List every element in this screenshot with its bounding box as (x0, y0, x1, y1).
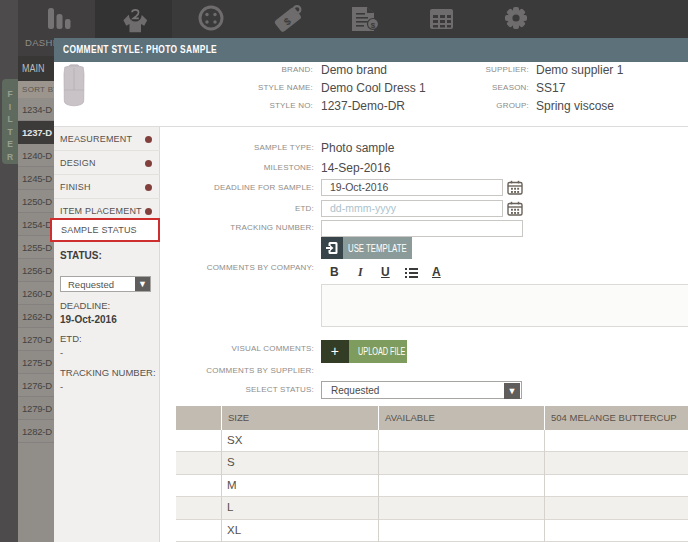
svg-text:$: $ (371, 21, 376, 30)
